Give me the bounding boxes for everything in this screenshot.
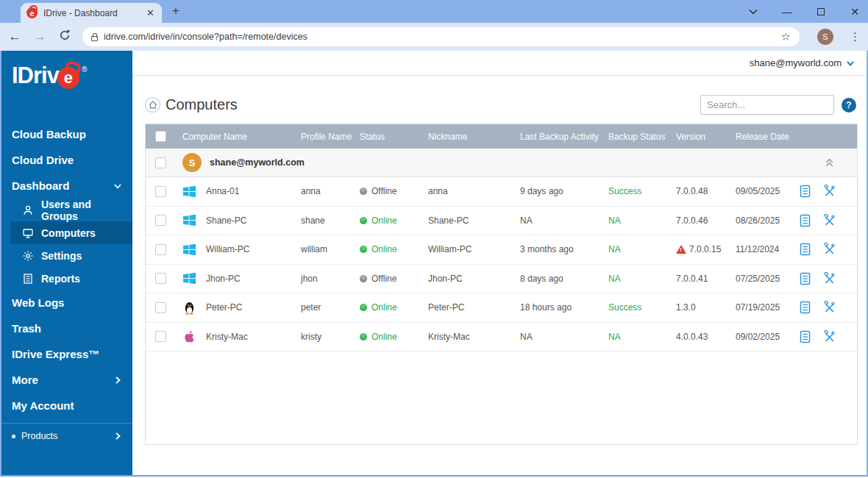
computer-name[interactable]: Kristy-Mac <box>206 332 248 342</box>
view-logs-icon[interactable] <box>799 185 812 198</box>
search-input[interactable] <box>707 99 836 110</box>
browser-toolbar: ← → idrive.com/idrive/in/console?path=/r… <box>0 23 868 51</box>
back-button[interactable]: ← <box>7 29 22 44</box>
group-email: shane@myworld.com <box>210 157 305 168</box>
status-dot-icon <box>360 304 367 311</box>
col-backup-status[interactable]: Backup Status <box>608 132 676 142</box>
row-checkbox[interactable] <box>155 186 166 197</box>
col-release-date[interactable]: Release Date <box>736 132 799 142</box>
computer-name[interactable]: Anna-01 <box>206 186 239 196</box>
remote-manage-tools-icon[interactable] <box>822 243 836 256</box>
table-body: Anna-01 anna Offline anna 9 days ago Suc… <box>146 177 857 352</box>
bookmark-star-icon[interactable]: ☆ <box>781 30 791 43</box>
forward-button[interactable]: → <box>32 29 47 44</box>
reload-button[interactable] <box>57 29 72 45</box>
last-backup-activity: 9 days ago <box>520 186 608 196</box>
main-content: shane@myworld.com Computers ? Computer N… <box>132 51 867 475</box>
monitor-icon <box>22 227 34 239</box>
browser-tab[interactable]: e IDrive - Dashboard ✕ <box>21 3 162 23</box>
computer-name[interactable]: William-PC <box>206 244 249 254</box>
page-title: Computers <box>166 96 238 113</box>
sidebar-item-trash[interactable]: Trash <box>1 315 132 341</box>
backup-status: Success <box>608 186 676 196</box>
computer-name[interactable]: Jhon-PC <box>206 274 241 284</box>
account-bar: shane@myworld.com <box>132 51 867 76</box>
remote-manage-tools-icon[interactable] <box>822 185 836 198</box>
new-tab-button[interactable]: + <box>172 1 179 23</box>
remote-manage-tools-icon[interactable] <box>822 330 836 343</box>
profile-name: kristy <box>301 332 360 342</box>
nickname: William-PC <box>428 244 520 254</box>
select-all-checkbox[interactable] <box>155 131 166 142</box>
remote-manage-tools-icon[interactable] <box>822 272 836 285</box>
version: 7.0.0.15 <box>689 244 721 254</box>
view-logs-icon[interactable] <box>799 272 812 285</box>
account-chevron-down-icon[interactable] <box>846 59 855 68</box>
computer-name[interactable]: Peter-PC <box>206 302 242 313</box>
profile-name: anna <box>301 186 360 196</box>
nickname: Peter-PC <box>428 302 520 313</box>
view-logs-icon[interactable] <box>799 330 812 343</box>
status-text: Online <box>371 302 397 313</box>
backup-status: NA <box>608 332 676 342</box>
view-logs-icon[interactable] <box>799 243 812 256</box>
col-computer-name[interactable]: Computer Name <box>182 132 301 142</box>
status-dot-icon <box>360 246 367 253</box>
close-button[interactable]: ✕ <box>849 6 861 18</box>
remote-manage-tools-icon[interactable] <box>822 214 836 227</box>
computer-name[interactable]: Shane-PC <box>206 215 246 226</box>
group-checkbox[interactable] <box>155 157 166 168</box>
release-date: 07/19/2025 <box>736 302 799 313</box>
browser-profile-avatar[interactable]: S <box>817 29 833 45</box>
last-backup-activity: 18 hours ago <box>520 302 608 313</box>
sidebar-item-cloud-drive[interactable]: Cloud Drive <box>1 147 132 173</box>
last-backup-activity: 3 months ago <box>520 244 608 254</box>
status-text: Online <box>371 215 397 226</box>
col-last-backup-activity[interactable]: Last Backup Activity <box>520 132 608 142</box>
sidebar-item-dashboard[interactable]: Dashboard <box>1 173 132 199</box>
group-row: S shane@myworld.com <box>146 149 857 177</box>
remote-manage-tools-icon[interactable] <box>822 301 836 314</box>
col-status[interactable]: Status <box>360 132 428 142</box>
col-nickname[interactable]: Nickname <box>428 132 520 142</box>
row-checkbox[interactable] <box>155 215 166 226</box>
last-backup-activity: NA <box>520 332 608 342</box>
browser-menu-icon[interactable]: ⋮ <box>850 30 861 43</box>
bullet-icon <box>12 435 15 438</box>
sidebar-item-idrive-express[interactable]: IDrive Express™ <box>1 341 132 367</box>
sidebar-item-cloud-backup[interactable]: Cloud Backup <box>1 121 132 147</box>
view-logs-icon[interactable] <box>799 301 812 314</box>
col-profile-name[interactable]: Profile Name <box>301 132 360 142</box>
backup-status: Success <box>608 302 676 313</box>
minimize-button[interactable]: — <box>781 6 793 18</box>
collapse-group-icon[interactable] <box>824 157 835 168</box>
tab-title: IDrive - Dashboard <box>43 8 139 18</box>
sidebar-item-computers[interactable]: Computers <box>10 221 132 244</box>
row-checkbox[interactable] <box>155 302 166 313</box>
apple-logo-icon <box>182 329 196 343</box>
release-date: 08/26/2025 <box>736 215 799 226</box>
tab-search-chevron-icon[interactable] <box>747 9 759 15</box>
col-version[interactable]: Version <box>676 132 736 142</box>
sidebar-item-settings[interactable]: Settings <box>1 244 132 267</box>
sidebar-item-reports[interactable]: Reports <box>1 267 132 290</box>
row-checkbox[interactable] <box>155 273 166 284</box>
row-checkbox[interactable] <box>155 331 166 342</box>
row-checkbox[interactable] <box>155 244 166 255</box>
view-logs-icon[interactable] <box>799 214 812 227</box>
sidebar-item-my-account[interactable]: My Account <box>1 393 132 418</box>
help-button[interactable]: ? <box>842 98 856 113</box>
sidebar-item-products[interactable]: Products <box>1 424 132 449</box>
sidebar-item-more[interactable]: More <box>1 367 132 393</box>
home-icon[interactable] <box>145 97 160 113</box>
user-icon <box>22 204 34 216</box>
sidebar-item-users-and-groups[interactable]: Users and Groups <box>1 199 132 221</box>
tab-close-icon[interactable]: ✕ <box>145 7 156 18</box>
nickname: Jhon-PC <box>428 274 520 284</box>
status-text: Offline <box>371 186 396 196</box>
logo-e-lock-icon: e <box>57 67 79 89</box>
maximize-button[interactable] <box>815 8 827 15</box>
browser-titlebar: e IDrive - Dashboard ✕ + — ✕ <box>0 0 868 23</box>
sidebar-item-web-logs[interactable]: Web Logs <box>1 290 132 315</box>
url-bar[interactable]: idrive.com/idrive/in/console?path=/remot… <box>82 27 800 46</box>
